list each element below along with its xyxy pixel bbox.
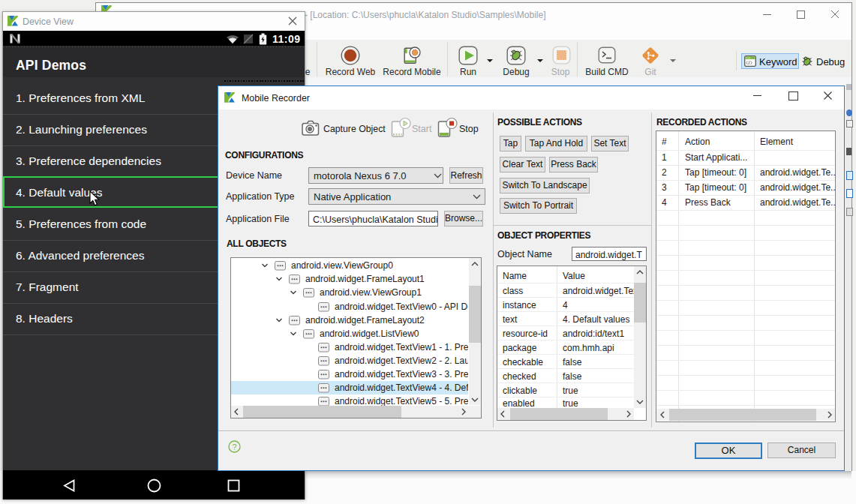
- svg-text:?: ?: [232, 442, 236, 452]
